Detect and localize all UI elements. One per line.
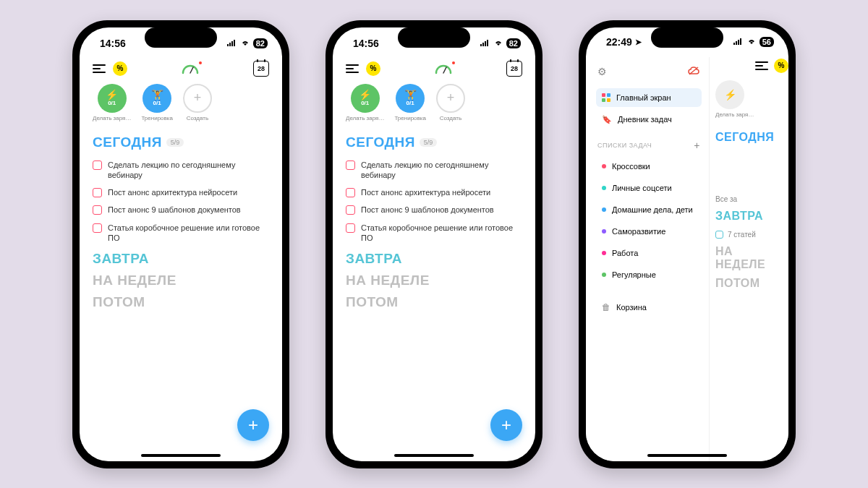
- status-icons: 56: [733, 37, 774, 47]
- dumbbell-icon: 🏋: [151, 90, 163, 100]
- habit-circle: ⚡: [715, 80, 744, 109]
- checkbox[interactable]: [346, 205, 355, 215]
- task-row[interactable]: Статья коробочное решение или готовое ПО: [93, 219, 269, 247]
- section-today[interactable]: СЕГОДНЯ 5/9: [93, 134, 269, 150]
- promo-badge[interactable]: %: [774, 59, 788, 73]
- task-row[interactable]: Статья коробочное решение или готовое ПО: [346, 219, 522, 247]
- wifi-icon: [746, 37, 757, 47]
- sidebar-list-item[interactable]: Работа: [596, 244, 702, 262]
- task-row[interactable]: Сделать лекцию по сегодняшнему вебинару: [346, 156, 522, 184]
- checkbox[interactable]: [346, 188, 355, 197]
- sidebar-list-item[interactable]: Кроссовки: [596, 157, 702, 176]
- sidebar-item-main[interactable]: Главный экран: [596, 88, 702, 107]
- habit-item[interactable]: 🏋0/1Тренировка: [394, 84, 426, 121]
- svg-rect-8: [733, 43, 735, 45]
- checkbox[interactable]: [93, 188, 102, 197]
- sidebar-top: ⚙: [596, 63, 702, 85]
- home-indicator[interactable]: [394, 454, 474, 457]
- sidebar-list-item[interactable]: Личные соцсети: [596, 179, 702, 197]
- all-tasks-label: Все за: [715, 193, 775, 205]
- time-label: 14:56: [100, 38, 126, 49]
- checkbox[interactable]: [93, 223, 102, 233]
- gauge-icon[interactable]: [433, 63, 454, 74]
- sidebar-list-item[interactable]: Домашние дела, дети: [596, 200, 702, 219]
- svg-rect-11: [740, 38, 741, 45]
- bolt-icon: ⚡: [724, 90, 736, 100]
- checkbox[interactable]: [93, 160, 102, 170]
- task-row[interactable]: Пост анонс архитектура нейросети: [93, 184, 269, 201]
- calendar-icon[interactable]: 28: [506, 61, 522, 77]
- calendar-icon[interactable]: 28: [253, 61, 269, 77]
- notch: [145, 27, 217, 48]
- menu-icon[interactable]: [755, 61, 768, 70]
- add-task-fab[interactable]: +: [490, 409, 522, 441]
- section-tomorrow[interactable]: ЗАВТРА: [346, 251, 522, 267]
- dumbbell-icon: 🏋: [404, 90, 417, 100]
- section-later[interactable]: ПОТОМ: [346, 294, 522, 310]
- battery-badge: 82: [253, 38, 268, 48]
- checkbox[interactable]: [93, 205, 102, 215]
- svg-rect-0: [227, 44, 229, 46]
- section-week[interactable]: НА НЕДЕЛЕ: [93, 273, 269, 288]
- trash-icon: 🗑: [602, 302, 610, 312]
- cellular-icon: [480, 38, 490, 48]
- list-dot: [602, 186, 606, 190]
- main-behind[interactable]: % ⚡ Делать заря… СЕГОДНЯ Все за ЗАВТРА 7…: [709, 57, 788, 461]
- promo-badge[interactable]: %: [113, 61, 127, 76]
- notification-dot: [199, 61, 202, 64]
- gear-icon[interactable]: ⚙: [597, 66, 607, 77]
- habit-circle: ⚡ 0/1: [98, 84, 127, 113]
- sidebar-trash[interactable]: 🗑 Корзина: [596, 297, 702, 317]
- section-tomorrow[interactable]: ЗАВТРА: [93, 251, 269, 267]
- wifi-icon: [493, 38, 503, 48]
- svg-rect-4: [480, 44, 482, 46]
- add-task-fab[interactable]: +: [237, 409, 269, 441]
- task-text: Сделать лекцию по сегодняшнему вебинару: [108, 160, 269, 181]
- habit-create[interactable]: +Создать: [436, 84, 465, 121]
- sidebar-list-item[interactable]: Саморазвитие: [596, 222, 702, 241]
- habit-label: Тренировка: [141, 115, 173, 121]
- task-row: 7 статей: [715, 228, 775, 241]
- add-list-icon[interactable]: +: [694, 140, 700, 151]
- section-today[interactable]: СЕГОДНЯ5/9: [346, 134, 522, 150]
- checkbox[interactable]: [346, 160, 355, 170]
- sidebar: ⚙ Главный экран 🔖 Дневник задач СПИСКИ З…: [586, 57, 709, 461]
- menu-icon[interactable]: [93, 64, 106, 73]
- habit-create[interactable]: + Создать: [183, 84, 212, 121]
- cloud-off-icon[interactable]: [687, 66, 700, 78]
- svg-rect-10: [738, 40, 739, 45]
- section-week[interactable]: НА НЕДЕЛЕ: [346, 273, 522, 288]
- habit-item[interactable]: 🏋 0/1 Тренировка: [141, 84, 173, 121]
- sidebar-list-item[interactable]: Регулярные: [596, 265, 702, 284]
- task-row[interactable]: Пост анонс 9 шаблонов документов: [346, 201, 522, 218]
- sidebar-layout: ⚙ Главный экран 🔖 Дневник задач СПИСКИ З…: [586, 57, 788, 461]
- habit-item[interactable]: ⚡ 0/1 Делать заря…: [93, 84, 131, 121]
- habits-row: ⚡ 0/1 Делать заря… 🏋 0/1 Тренировка + Со…: [80, 82, 282, 126]
- checkbox: [715, 231, 723, 239]
- count-badge: 5/9: [166, 138, 184, 147]
- home-indicator[interactable]: [647, 454, 727, 457]
- phone-1: 14:56 82 % 28: [72, 20, 289, 468]
- promo-badge[interactable]: %: [366, 61, 380, 76]
- sidebar-item-label: Главный экран: [616, 93, 671, 102]
- list-dot: [602, 164, 606, 168]
- menu-icon[interactable]: [346, 64, 359, 73]
- gauge-icon[interactable]: [180, 63, 200, 74]
- notch: [398, 27, 470, 48]
- task-row[interactable]: Сделать лекцию по сегодняшнему вебинару: [93, 156, 269, 184]
- section-today: СЕГОДНЯ: [715, 131, 775, 144]
- checkbox[interactable]: [346, 223, 355, 233]
- sidebar-item-diary[interactable]: 🔖 Дневник задач: [596, 110, 702, 129]
- battery-badge: 56: [760, 37, 774, 47]
- home-indicator[interactable]: [141, 454, 221, 457]
- habit-label: Делать заря…: [93, 115, 131, 121]
- bolt-icon: ⚡: [106, 90, 118, 100]
- svg-rect-9: [736, 41, 737, 45]
- section-later[interactable]: ПОТОМ: [93, 294, 269, 310]
- section-week: НА НЕДЕЛЕ: [715, 245, 775, 271]
- task-row[interactable]: Пост анонс архитектура нейросети: [346, 184, 522, 201]
- task-row[interactable]: Пост анонс 9 шаблонов документов: [93, 201, 269, 218]
- notch: [651, 27, 723, 48]
- toolbar: % 28: [333, 59, 535, 82]
- habit-item[interactable]: ⚡0/1Делать заря…: [346, 84, 384, 121]
